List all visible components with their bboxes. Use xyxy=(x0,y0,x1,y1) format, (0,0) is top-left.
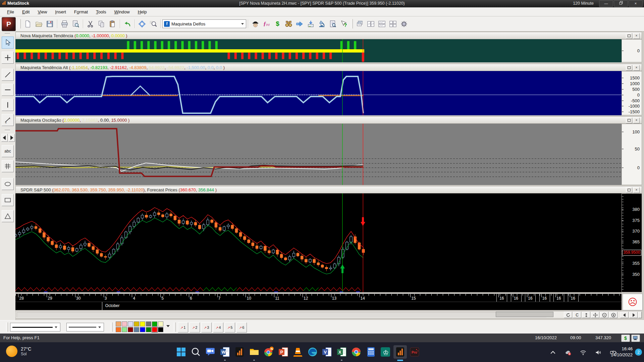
menu-insert[interactable]: Insert xyxy=(51,8,70,15)
formula-combobox[interactable]: fMaquineta Delfos xyxy=(162,19,246,28)
minimize-button[interactable]: — xyxy=(599,0,613,7)
refresh-button[interactable] xyxy=(564,312,572,318)
taskbar-icon-explorer[interactable] xyxy=(248,345,261,359)
taskbar-icon-chrome-n[interactable]: N xyxy=(262,345,275,359)
open-chart-icon[interactable] xyxy=(33,18,44,29)
color-swatch[interactable] xyxy=(134,327,139,332)
taskbar-icon-search[interactable] xyxy=(189,345,203,359)
favorite-layout-4[interactable]: ↗4 xyxy=(213,322,223,333)
taskbar-icon-start[interactable] xyxy=(174,345,188,359)
taskbar-icon-edge[interactable] xyxy=(306,345,319,359)
print-icon[interactable] xyxy=(59,18,70,29)
tool-semilog-line[interactable]: SL xyxy=(2,114,14,126)
remote-monitor-icon[interactable] xyxy=(631,335,640,342)
color-swatch[interactable] xyxy=(128,327,133,332)
tool-vertical-line[interactable] xyxy=(2,99,14,111)
panel-close-button[interactable]: × xyxy=(633,33,640,39)
color-swatch[interactable] xyxy=(140,321,145,326)
line-weight-dropdown[interactable] xyxy=(10,323,60,331)
menu-edit[interactable]: Edit xyxy=(18,8,33,15)
tool-ellipse[interactable] xyxy=(2,178,14,190)
taskbar-icon-excel[interactable]: X xyxy=(335,345,348,359)
favorite-layout-3[interactable]: ↗3 xyxy=(201,322,212,333)
new-chart-icon[interactable] xyxy=(22,18,33,29)
expert-advisor-icon[interactable]: $ xyxy=(272,18,283,29)
palette-more-icon[interactable] xyxy=(166,325,170,327)
favorite-layout-2[interactable]: ↗2 xyxy=(190,322,200,333)
tile-grid-icon[interactable] xyxy=(387,18,398,29)
menu-tools[interactable]: Tools xyxy=(92,8,110,15)
taskbar-icon-chat[interactable] xyxy=(204,345,217,359)
menu-file[interactable]: File xyxy=(3,8,18,15)
tool-horizontal-line[interactable] xyxy=(2,84,14,96)
downloader-icon[interactable] xyxy=(305,18,316,29)
cut-icon[interactable] xyxy=(85,18,96,29)
panel-restore-button[interactable] xyxy=(626,65,632,71)
close-button[interactable]: × xyxy=(629,0,643,7)
chart-nova-maquineta-tendencia[interactable] xyxy=(15,39,622,62)
scroll-left-button[interactable] xyxy=(620,312,629,318)
chart-maquineta-oscilacao[interactable] xyxy=(15,124,622,185)
zoom-pointer-icon[interactable] xyxy=(148,18,159,29)
chart-spdr-sp500[interactable] xyxy=(15,193,622,292)
favorite-layout-5[interactable]: ↗5 xyxy=(225,322,235,333)
menu-view[interactable]: View xyxy=(34,8,51,15)
undo-icon[interactable] xyxy=(122,18,133,29)
help-pointer-icon[interactable]: ? xyxy=(338,18,350,29)
menu-window[interactable]: Window xyxy=(110,8,133,15)
menu-help[interactable]: Help xyxy=(134,8,151,15)
taskbar-icon-metastock-doc[interactable] xyxy=(233,345,246,359)
chart-maquineta-tendencia-alt[interactable] xyxy=(15,71,622,115)
scanner-icon[interactable] xyxy=(283,18,294,29)
color-swatch[interactable] xyxy=(158,321,163,326)
dollar-icon[interactable]: $ xyxy=(621,335,630,342)
color-swatch[interactable] xyxy=(134,321,139,326)
taskbar-icon-metastock[interactable] xyxy=(393,345,407,359)
weather-widget[interactable]: 27°C Sol xyxy=(6,346,31,357)
scroll-right-button[interactable] xyxy=(629,312,638,318)
onedrive-error-icon[interactable] xyxy=(564,348,572,356)
panel-close-button[interactable]: × xyxy=(633,118,640,123)
panel-header-maquineta-tendencia-alt[interactable]: Maquineta Tendência Alt (-1.10454, -0.82… xyxy=(15,64,642,71)
taskbar-icon-pro[interactable]: Pro xyxy=(408,345,421,359)
candle-style-button[interactable]: C xyxy=(573,312,581,318)
tool-scroll-right[interactable] xyxy=(8,134,15,142)
color-swatch[interactable] xyxy=(122,321,127,326)
favorite-layout-6[interactable]: ↗6 xyxy=(236,322,247,333)
report-icon[interactable] xyxy=(327,18,338,29)
wifi-icon[interactable] xyxy=(579,348,587,356)
vertical-scale-button[interactable] xyxy=(582,312,590,318)
save-icon[interactable] xyxy=(44,18,55,29)
panel-close-button[interactable]: × xyxy=(633,187,640,193)
taskbar-icon-visio[interactable]: V xyxy=(320,345,334,359)
crosshair-pointer-icon[interactable] xyxy=(137,18,148,29)
taskbar-icon-chrome[interactable] xyxy=(350,345,363,359)
panel-restore-button[interactable] xyxy=(626,187,632,193)
taskbar-clock[interactable]: 16:46 14/10/2022 xyxy=(611,346,633,358)
taskbar-icon-powerpoint[interactable]: P xyxy=(277,345,290,359)
tool-pointer[interactable] xyxy=(2,37,14,49)
menu-format[interactable]: Format xyxy=(70,8,92,15)
pan-button[interactable] xyxy=(591,312,599,318)
favorite-layout-1[interactable]: ↗1 xyxy=(178,322,188,333)
taskbar-icon-word[interactable]: W xyxy=(218,345,232,359)
color-swatch[interactable] xyxy=(152,327,157,332)
volume-icon[interactable] xyxy=(594,348,602,356)
tool-triangle[interactable] xyxy=(2,210,14,222)
explorer-icon[interactable] xyxy=(250,18,261,29)
color-swatch[interactable] xyxy=(128,321,133,326)
tool-scroll-left[interactable] xyxy=(1,134,8,142)
tool-grid[interactable] xyxy=(2,160,14,172)
panel-close-button[interactable]: × xyxy=(633,65,640,71)
color-swatch[interactable] xyxy=(146,327,151,332)
color-swatch[interactable] xyxy=(116,321,121,326)
notification-badge[interactable]: 2 xyxy=(635,349,642,356)
tool-text[interactable]: abc xyxy=(2,145,14,157)
paste-icon[interactable] xyxy=(107,18,118,29)
panel-header-spdr-sp500[interactable]: SPDR S&P 500 (362.070, 363.530, 359.750,… xyxy=(15,186,642,193)
copy-icon[interactable] xyxy=(96,18,107,29)
color-swatch[interactable] xyxy=(116,327,121,332)
tile-vertical-icon[interactable] xyxy=(365,18,376,29)
indicator-builder-icon[interactable]: ƒ(x) xyxy=(261,18,272,29)
color-swatch[interactable] xyxy=(152,321,157,326)
